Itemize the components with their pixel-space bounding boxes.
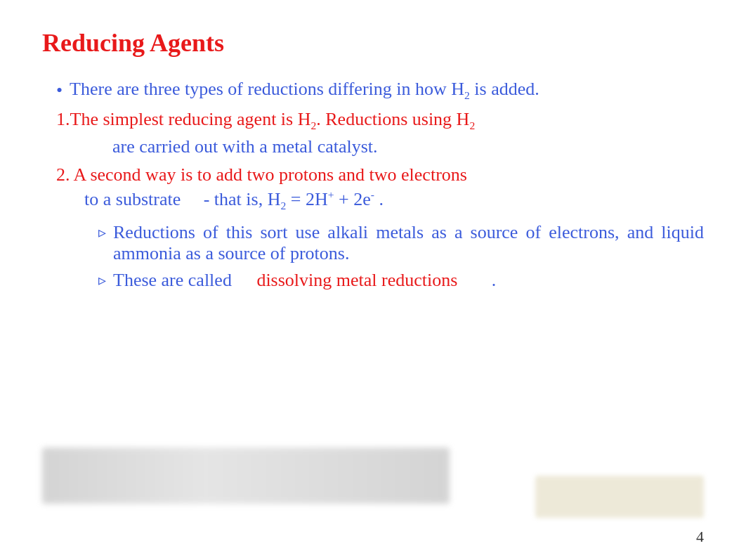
bullet-1-text: There are three types of reductions diff…: [70, 79, 704, 102]
dissolving-metal: dissolving metal reductions: [256, 270, 457, 291]
s2-period: .: [379, 189, 384, 209]
section1-line2: are carried out with a metal catalyst.: [42, 136, 704, 157]
blurred-content-2: [535, 476, 704, 518]
blurred-content-1: [42, 448, 450, 504]
section2-line1: 2. A second way is to add two protons an…: [42, 164, 704, 185]
bullet-dot-1: •: [56, 80, 63, 101]
sub-bullet-2-text: These are called dissolving metal reduct…: [113, 270, 704, 291]
s2-sup: +: [328, 188, 334, 200]
section2-line2: to a substrate - that is, H2 = 2H+ + 2e-…: [42, 188, 704, 212]
s1-sub2: 2: [469, 119, 475, 131]
s2-end: + 2e: [339, 189, 371, 209]
s2-l1-text: 2. A second way is to add two protons an…: [56, 164, 467, 185]
sub-bullet-1-text: Reductions of this sort use alkali metal…: [113, 222, 704, 264]
s1-l1-before: 1.The simplest reducing agent is H: [56, 109, 310, 129]
slide-title: Reducing Agents: [42, 28, 704, 58]
these-called-after: .: [492, 270, 497, 291]
bullet-1: • There are three types of reductions di…: [42, 79, 704, 102]
s2-formula-text: - that is, H: [204, 189, 281, 209]
s1-l1-middle: . Reductions using H: [316, 109, 469, 129]
bullet1-after: is added.: [470, 79, 539, 99]
sub-bullet-2-icon: ▹: [98, 271, 106, 289]
slide-page: Reducing Agents • There are three types …: [0, 0, 746, 560]
s1-l2-text: are carried out with a metal catalyst.: [112, 136, 378, 157]
these-called-before: These are called: [113, 270, 232, 291]
sub-bullet-1: ▹ Reductions of this sort use alkali met…: [42, 222, 704, 264]
s2-sup2: -: [371, 188, 374, 200]
bullet1-sub: 2: [464, 89, 470, 101]
section1-line1: 1.The simplest reducing agent is H2. Red…: [42, 109, 704, 132]
s2-formula-sub: 2: [280, 200, 286, 211]
s2-formula: - that is, H2 = 2H+ + 2e- .: [204, 189, 384, 209]
bullet1-before: There are three types of reductions diff…: [70, 79, 464, 99]
sub-bullet-2: ▹ These are called dissolving metal redu…: [42, 270, 704, 291]
s2-eq: = 2H: [291, 189, 328, 209]
page-number: 4: [696, 528, 704, 546]
sub-bullet-1-icon: ▹: [98, 223, 106, 242]
s2-l2-before: to a substrate: [84, 189, 181, 209]
